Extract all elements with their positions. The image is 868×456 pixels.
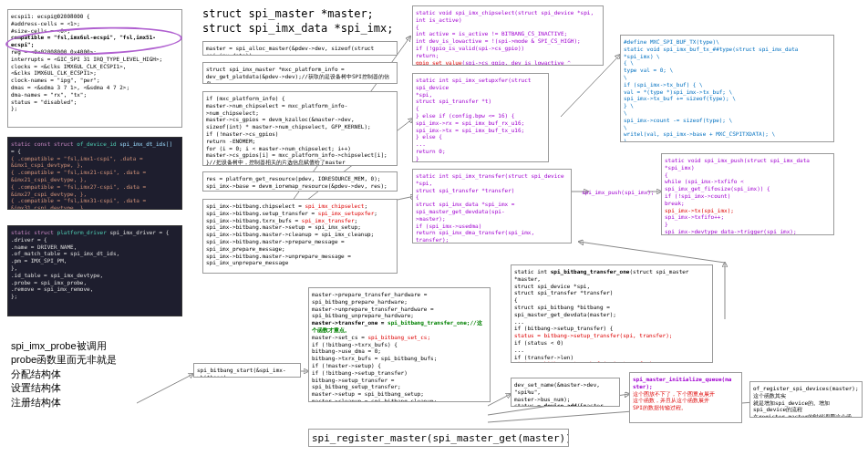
- struct-header: struct spi_master *master; struct spi_im…: [202, 7, 394, 36]
- setx-l7: } else {: [416, 133, 545, 140]
- xfer-l6: return spi_imx_dma_transfer(spi_imx, tra…: [416, 229, 568, 244]
- prep-l13: master->cleanup = spi_bitbang_cleanup;: [312, 398, 487, 402]
- buftx-box: #define MXC_SPI_BUF_TX(type)\ static voi…: [620, 35, 834, 142]
- devadd-l1: dev_set_name(&master->dev, "spi%u",: [514, 381, 616, 396]
- setx-l8: ...: [416, 140, 545, 148]
- chipsel-l1: {: [416, 24, 600, 31]
- push-l5: spi_imx->tx(spi_imx);: [665, 207, 831, 214]
- plat-l1: struct spi_imx_master *mxc_platform_info…: [206, 66, 394, 73]
- cs-l5: if (!master->cs_gpios): [206, 130, 394, 138]
- cs-l3: master->cs_gpios = devm_kzalloc(&master-…: [206, 116, 394, 123]
- dts-l12: status = "disabled";: [11, 98, 179, 106]
- pdrv-pr: .probe = spi_imx_probe,: [11, 279, 179, 286]
- prep-l5: if (!bitbang->txrx_bufs) {: [312, 341, 487, 348]
- chipsel-l4: if (!gpio_is_valid(spi->cs_gpio)): [416, 45, 600, 52]
- initq-h: spi_master_initialize_queue(ma: [633, 376, 739, 383]
- pdrv-n: .name = DRIVER_NAME,: [11, 244, 179, 251]
- push-l4: break;: [665, 200, 831, 207]
- svg-line-5: [488, 394, 511, 406]
- bb-l7: spi_imx_prepare_message;: [206, 245, 394, 253]
- pdrv-id: .id_table = spi_imx_devtype,: [11, 272, 179, 279]
- start-text: spi_bitbang_start(&spi_imx->bitbang);: [197, 367, 286, 378]
- of-device-id-block: static const struct of_device_id spi_imx…: [7, 137, 182, 210]
- btx-l10: \: [624, 109, 831, 117]
- platform-driver-block: static struct platform_driver spi_imx_dr…: [7, 225, 182, 316]
- register-master-box: spi_register_master(spi_master_get(maste…: [308, 429, 569, 447]
- push-h: static void spi_imx_push(struct spi_imx_…: [665, 157, 831, 171]
- push-label: spi_imx_push(spi_imx);: [582, 189, 654, 196]
- dts-l2: #address-cells = <1>;: [11, 20, 179, 27]
- setx-l10: }: [416, 155, 545, 162]
- setx-h: static int spi_imx_setupxfer(struct spi_…: [416, 77, 545, 91]
- cs-l2: master->num_chipselect = mxc_platform_in…: [206, 102, 394, 117]
- bb-l9: spi_imx_unprepare_message: [206, 259, 394, 266]
- btx-l12: \: [624, 124, 831, 131]
- prep-l7: bitbang->txrx_bufs = spi_bitbang_bufs;: [312, 355, 487, 362]
- prep-l6: bitbang->use_dma = 0;: [312, 347, 487, 355]
- prep-l10: bitbang->setup_transfer =: [312, 377, 487, 384]
- pdrv-e: };: [11, 293, 179, 300]
- setx-l4: } else if (config.bpw <= 16) {: [416, 112, 545, 119]
- txone-l10: if (transfer->len): [514, 354, 709, 361]
- chipsel-h: static void spi_imx_chipselect(struct sp…: [416, 9, 600, 24]
- txone-l4: struct spi_bitbang *bitbang = spi_master…: [514, 304, 709, 318]
- prep-l11: spi_bitbang_setup_transfer;: [312, 383, 487, 390]
- txone-l8: if (status < 0): [514, 339, 709, 347]
- note-l3: 分配结构体: [11, 368, 117, 381]
- prep-l1: master->prepare_transfer_hardware = spi_…: [312, 291, 487, 306]
- note-l2: probe函数里面无非就是: [11, 353, 117, 367]
- initq-t2: 这个函数，并且从这个函数展开: [633, 397, 739, 404]
- ofdev-h: static const struct of_device_id spi_imx…: [11, 140, 179, 155]
- cs-setup-box: if (mxc_platform_info) { master->num_chi…: [202, 91, 398, 166]
- devadd-l3: status = device_add(&master->dev);: [514, 402, 616, 407]
- chipsel-l6: gpio_set_value(spi->cs_gpio, dev_is_lowa…: [416, 59, 600, 66]
- pdrv-d: .driver = {: [11, 236, 179, 244]
- platdata-box: struct spi_imx_master *mxc_platform_info…: [202, 62, 398, 84]
- alloc-text: master = spi_alloc_master(&pdev->dev, si…: [206, 45, 374, 56]
- of-register-box: of_register_spi_devices(master);这个函数其实 就…: [749, 381, 863, 418]
- bb-l2: spi_imx->bitbang.setup_transfer = spi_im…: [206, 210, 394, 217]
- btx-l11: spi_imx->count -= sizeof(type); \: [624, 117, 831, 124]
- chipsel-l2: int active = is_active != BITBANG_CS_INA…: [416, 30, 600, 37]
- xfer-l5: if (spi_imx->usedma): [416, 223, 568, 230]
- txone-l6: if (bitbang->setup_transfer) {: [514, 325, 709, 332]
- txone-l1: struct spi_device *spi,: [514, 283, 709, 290]
- setx-l9: return 0;: [416, 148, 545, 155]
- cs-l6: return -ENOMEM;: [206, 138, 394, 145]
- prep-l8: if (!master->setup) {: [312, 362, 487, 369]
- alloc-master-box: master = spi_alloc_master(&pdev->dev, si…: [202, 41, 398, 56]
- bitbang-box: spi_imx->bitbang.chipselect = spi_imx_ch…: [202, 199, 398, 274]
- ofreg-l1: of_register_spi_devices(master);这个函数其实: [753, 385, 859, 399]
- txone-l7: status = bitbang->setup_transfer(spi, tr…: [514, 332, 709, 339]
- chipsel-l3: int dev_is_lowactive = !(spi->mode & SPI…: [416, 37, 600, 45]
- push-l1: {: [665, 171, 831, 179]
- prep-l12: master->setup = spi_bitbang_setup;: [312, 390, 487, 398]
- pdrv-h: static struct platform_driver spi_imx_dr…: [11, 229, 179, 236]
- note-l5: 注册结构体: [11, 396, 117, 409]
- xfer-l1: struct spi_transfer *transfer): [416, 187, 568, 194]
- initq-t3: SPI的数据传输过程。: [633, 404, 739, 411]
- txone-l5: ...: [514, 318, 709, 326]
- cs-l1: if (mxc_platform_info) {: [206, 95, 394, 102]
- probe-note: spi_imx_probe被调用 probe函数里面无非就是 分配结构体 设置结…: [11, 339, 117, 409]
- pdrv-rm: .remove = spi_imx_remove,: [11, 285, 179, 293]
- init-queue-box: spi_master_initialize_queue(ma ster); 这个…: [629, 372, 742, 423]
- pdrv-pm: .pm = IMX_SPI_PM,: [11, 257, 179, 264]
- setx-l5: spi_imx->rx = spi_imx_buf_rx_u16;: [416, 119, 545, 127]
- dts-l8: <&clks IMX6UL_CLK_ECSPI1>;: [11, 69, 179, 77]
- push-l8: spi_imx->devtype_data->trigger(spi_imx);: [665, 228, 831, 235]
- bitbang-start-box: spi_bitbang_start(&spi_imx->bitbang);: [193, 363, 301, 378]
- svg-line-0: [137, 374, 193, 403]
- cs-l8: master->cs_gpios[i] = mxc_platform_info-…: [206, 151, 394, 159]
- hdr-l2: struct spi_imx_data *spi_imx;: [202, 22, 394, 36]
- prep-l2: master->unprepare_transfer_hardware = sp…: [312, 306, 487, 320]
- xfer-l4: >master);: [416, 215, 568, 223]
- prep-l4: master->set_cs = spi_bitbang_set_cs;: [312, 334, 487, 341]
- devadd-l2: master->bus_num);: [514, 396, 616, 403]
- prep-l3: master->transfer_one = spi_bitbang_trans…: [312, 319, 487, 334]
- ofreg-l3: 在register master的时候调用这个函数。SPI节: [753, 413, 859, 418]
- ofdev-r2: { .compatible = "fsl,imx21-cspi", .data …: [11, 169, 179, 183]
- btx-l14: }: [624, 138, 831, 142]
- setx-l1: *spi,: [416, 91, 545, 98]
- bb-l8: spi_imx->bitbang.master->unprepare_messa…: [206, 253, 394, 260]
